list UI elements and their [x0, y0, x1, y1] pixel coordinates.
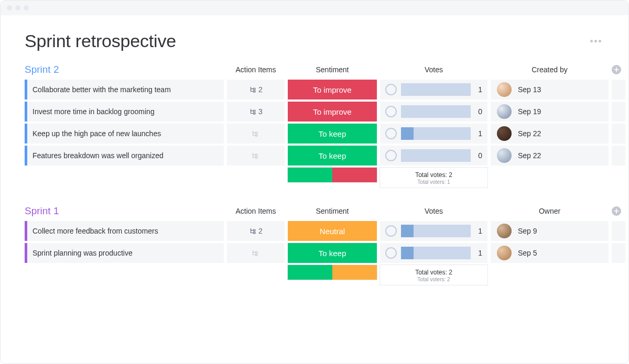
- vote-bar: [401, 105, 471, 118]
- creator-cell[interactable]: Sep 9: [491, 221, 609, 241]
- vote-count: 1: [475, 227, 482, 235]
- item-name-cell[interactable]: Collect more feedback from customers: [25, 221, 224, 241]
- svg-rect-8: [253, 229, 255, 231]
- sentiment-cell[interactable]: To keep: [288, 124, 377, 144]
- vote-bar: [401, 247, 471, 259]
- more-button[interactable]: [587, 37, 604, 46]
- avatar[interactable]: [497, 126, 512, 141]
- created-date: Sep 22: [518, 151, 541, 160]
- vote-button[interactable]: [385, 247, 397, 259]
- vote-count: 1: [475, 249, 482, 257]
- add-column-button[interactable]: [612, 65, 621, 74]
- votes-cell[interactable]: 0: [380, 146, 487, 166]
- sentiment-cell[interactable]: To improve: [288, 80, 377, 100]
- group-title[interactable]: Sprint 1: [25, 205, 224, 217]
- action-items-cell[interactable]: [227, 243, 285, 263]
- created-date: Sep 9: [518, 227, 537, 235]
- avatar[interactable]: [497, 246, 512, 260]
- column-header-creator[interactable]: Owner: [491, 207, 609, 215]
- votes-cell[interactable]: 1: [380, 80, 487, 100]
- vote-button[interactable]: [385, 106, 397, 117]
- vote-bar-fill: [401, 127, 414, 140]
- board-content: Sprint retrospective Sprint 2Action Item…: [1, 15, 628, 363]
- votes-cell[interactable]: 0: [380, 102, 487, 122]
- page-title[interactable]: Sprint retrospective: [25, 31, 176, 51]
- svg-rect-2: [253, 110, 255, 112]
- item-name-cell[interactable]: Sprint planning was productive: [25, 243, 224, 263]
- created-date: Sep 13: [518, 85, 541, 94]
- group-title[interactable]: Sprint 2: [25, 64, 224, 75]
- item-name-cell[interactable]: Invest more time in backlog grooming: [25, 102, 224, 122]
- group-summary-row: Total votes: 2Total voters: 2: [25, 265, 604, 285]
- window-dot: [15, 5, 20, 10]
- avatar[interactable]: [497, 82, 512, 97]
- sentiment-cell[interactable]: To improve: [288, 102, 377, 122]
- subitems-icon: [251, 130, 258, 137]
- created-date: Sep 22: [518, 129, 541, 138]
- sentiment-summary-segment: [288, 265, 332, 280]
- vote-button[interactable]: [385, 84, 397, 95]
- sentiment-cell[interactable]: Neutral: [288, 221, 377, 241]
- vote-button[interactable]: [385, 128, 397, 139]
- column-header-votes[interactable]: Votes: [380, 65, 487, 74]
- subitems-icon: [249, 86, 256, 93]
- avatar[interactable]: [497, 224, 512, 238]
- group: Sprint 1Action ItemsSentimentVotesOwnerC…: [25, 205, 604, 285]
- votes-summary: Total votes: 2Total voters: 2: [380, 265, 487, 285]
- action-items-cell[interactable]: 3: [227, 102, 285, 122]
- sentiment-cell[interactable]: To keep: [288, 146, 377, 166]
- action-items-cell[interactable]: 2: [227, 80, 285, 100]
- column-header-sentiment[interactable]: Sentiment: [288, 65, 377, 74]
- window-dot: [7, 5, 12, 10]
- column-header-votes[interactable]: Votes: [380, 207, 487, 215]
- avatar[interactable]: [497, 148, 512, 163]
- creator-cell[interactable]: Sep 5: [491, 243, 609, 263]
- trailing-cell: [612, 221, 625, 241]
- column-header-creator[interactable]: Created by: [491, 65, 609, 74]
- subitems-icon: [251, 249, 258, 257]
- svg-rect-10: [255, 251, 257, 253]
- svg-rect-4: [255, 132, 257, 134]
- column-header-action-items[interactable]: Action Items: [227, 65, 285, 74]
- created-date: Sep 19: [518, 107, 541, 116]
- votes-cell[interactable]: 1: [380, 124, 487, 144]
- action-items-count: 2: [258, 227, 263, 235]
- vote-count: 1: [475, 85, 482, 94]
- item-name-cell[interactable]: Keep up the high pace of new launches: [25, 124, 224, 144]
- vote-button[interactable]: [385, 225, 397, 237]
- svg-rect-9: [253, 232, 255, 234]
- trailing-cell: [612, 102, 625, 122]
- window-frame: Sprint retrospective Sprint 2Action Item…: [0, 0, 629, 364]
- action-items-cell[interactable]: [227, 146, 285, 166]
- vote-bar-fill: [401, 225, 414, 237]
- total-votes: Total votes: 2: [415, 269, 452, 276]
- trailing-cell: [612, 124, 625, 144]
- creator-cell[interactable]: Sep 13: [491, 80, 609, 100]
- group-header-row: Sprint 2Action ItemsSentimentVotesCreate…: [25, 64, 604, 75]
- creator-cell[interactable]: Sep 22: [491, 146, 609, 166]
- subitems-icon: [249, 227, 256, 235]
- action-items-cell[interactable]: [227, 124, 285, 144]
- creator-cell[interactable]: Sep 19: [491, 102, 609, 122]
- sentiment-summary: [288, 265, 377, 280]
- vote-button[interactable]: [385, 150, 397, 161]
- action-items-count: 2: [258, 85, 263, 94]
- trailing-cell: [612, 243, 625, 263]
- votes-cell[interactable]: 1: [380, 243, 487, 263]
- vote-count: 0: [475, 107, 482, 116]
- column-header-sentiment[interactable]: Sentiment: [288, 207, 377, 215]
- table-row: Invest more time in backlog grooming3To …: [25, 102, 604, 122]
- table-row: Keep up the high pace of new launchesTo …: [25, 124, 604, 144]
- item-name-cell[interactable]: Features breakdown was well organized: [25, 146, 224, 166]
- vote-count: 0: [475, 151, 482, 160]
- total-voters: Total voters: 2: [417, 277, 450, 282]
- avatar[interactable]: [497, 104, 512, 119]
- item-name-cell[interactable]: Collaborate better with the marketing te…: [25, 80, 224, 100]
- creator-cell[interactable]: Sep 22: [491, 124, 609, 144]
- svg-rect-5: [255, 135, 257, 136]
- votes-cell[interactable]: 1: [380, 221, 487, 241]
- sentiment-cell[interactable]: To keep: [288, 243, 377, 263]
- action-items-cell[interactable]: 2: [227, 221, 285, 241]
- column-header-action-items[interactable]: Action Items: [227, 207, 285, 215]
- add-column-button[interactable]: [612, 206, 621, 216]
